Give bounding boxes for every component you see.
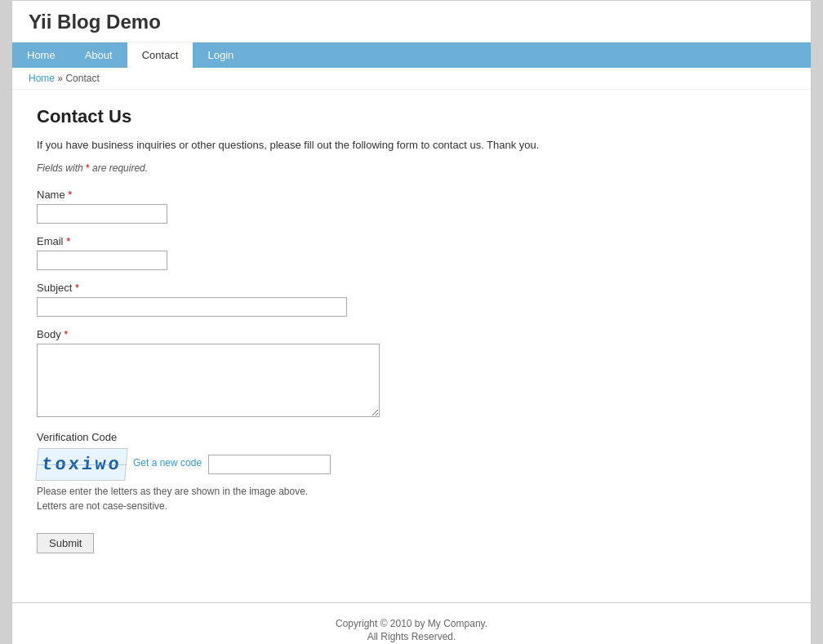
new-code-link[interactable]: Get a new code (133, 457, 202, 469)
verification-label: Verification Code (37, 431, 786, 443)
breadcrumb: Home » Contact (12, 68, 811, 90)
email-input[interactable] (37, 251, 167, 270)
subject-input[interactable] (37, 297, 347, 317)
body-label: Body * (37, 328, 786, 340)
name-input[interactable] (37, 204, 167, 224)
nav-item-about[interactable]: About (70, 42, 127, 68)
footer-rights: All Rights Reserved. (25, 631, 798, 642)
main-content: Contact Us If you have business inquirie… (12, 90, 811, 578)
contact-form: Name * Email * Subject * (37, 189, 786, 553)
subject-label: Subject * (37, 282, 786, 294)
site-title: Yii Blog Demo (29, 11, 794, 33)
name-required-star: * (68, 189, 72, 201)
form-row-body: Body * (37, 328, 786, 420)
body-textarea[interactable] (37, 344, 380, 417)
breadcrumb-current: Contact (65, 73, 99, 84)
name-label: Name * (37, 189, 786, 201)
required-note: Fields with * are required. (37, 162, 786, 174)
nav-item-login[interactable]: Login (193, 42, 248, 68)
body-required-star: * (64, 328, 68, 340)
captcha-row: toxiwo Get a new code (37, 448, 786, 481)
nav-link-about[interactable]: About (70, 42, 127, 68)
subject-required-star: * (75, 282, 79, 294)
captcha-image: toxiwo (35, 448, 127, 481)
email-required-star: * (66, 235, 70, 247)
verification-section: Verification Code toxiwo Get a new code … (37, 431, 786, 513)
nav-link-home[interactable]: Home (12, 42, 70, 68)
form-row-email: Email * (37, 235, 786, 270)
intro-text: If you have business inquiries or other … (37, 139, 786, 151)
submit-button[interactable]: Submit (37, 533, 94, 553)
page-title: Contact Us (37, 106, 786, 127)
form-row-name: Name * (37, 189, 786, 224)
nav-link-login[interactable]: Login (193, 42, 248, 68)
form-row-subject: Subject * (37, 282, 786, 317)
site-footer: Copyright © 2010 by My Company. All Righ… (12, 602, 811, 644)
main-nav: Home About Contact Login (12, 42, 811, 68)
breadcrumb-home-link[interactable]: Home (29, 73, 55, 84)
site-header: Yii Blog Demo (12, 1, 811, 42)
captcha-hint: Please enter the letters as they are sho… (37, 484, 786, 513)
email-label: Email * (37, 235, 786, 247)
nav-item-contact[interactable]: Contact (127, 42, 194, 68)
captcha-controls: Get a new code (133, 457, 202, 472)
captcha-input[interactable] (208, 455, 331, 474)
nav-link-contact[interactable]: Contact (127, 42, 194, 68)
footer-copyright: Copyright © 2010 by My Company. (25, 618, 798, 629)
breadcrumb-separator: » (57, 73, 63, 84)
nav-item-home[interactable]: Home (12, 42, 70, 68)
